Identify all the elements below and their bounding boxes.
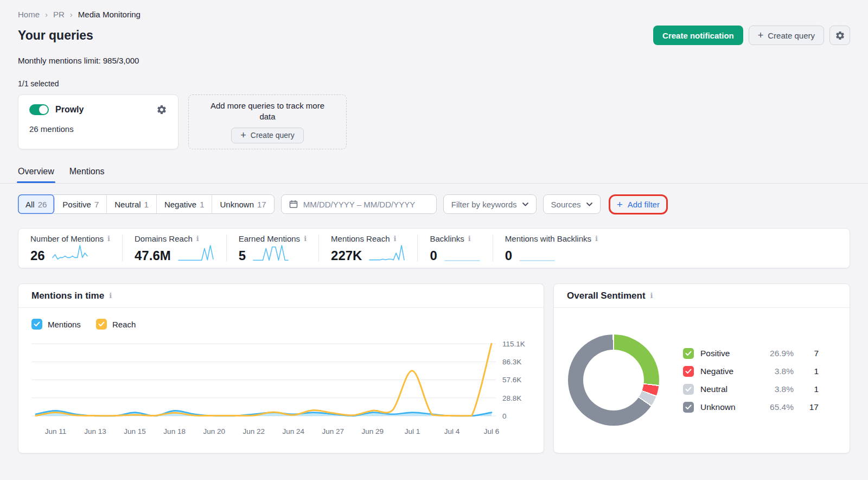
filter-chip-positive[interactable]: Positive7: [55, 195, 107, 213]
query-toggle[interactable]: [29, 104, 49, 115]
media-monitoring-page: Home › PR › Media Monitoring Your querie…: [0, 0, 868, 480]
tab-overview[interactable]: Overview: [18, 167, 54, 183]
metric-sparkline: [52, 244, 88, 262]
metric-label-text: Mentions Reach: [331, 234, 390, 243]
metric-sparkline: [252, 244, 289, 262]
selected-count-text: 1/1 selected: [18, 79, 850, 88]
chart-x-tick: Jul 1: [405, 427, 420, 435]
chevron-right-icon: ›: [45, 10, 48, 19]
sentiment-label: Neutral: [700, 384, 755, 394]
metric-label-text: Number of Mentions: [30, 234, 104, 243]
sentiment-count: 7: [800, 349, 819, 358]
metric-value: 0: [505, 249, 512, 262]
sentiment-checkbox-neutral[interactable]: [683, 384, 694, 395]
metric-label-text: Earned Mentions: [239, 234, 300, 243]
metric-label-text: Backlinks: [430, 234, 464, 243]
metric-domains-reach: Domains Reachi47.6M: [123, 235, 227, 262]
query-name: Prowly: [55, 105, 150, 115]
checkbox-icon: [96, 319, 107, 330]
create-query-button[interactable]: + Create query: [749, 26, 824, 45]
metric-sparkline: [444, 244, 481, 262]
keywords-filter-select[interactable]: Filter by keywords: [443, 194, 537, 214]
date-range-input[interactable]: MM/DD/YYYY – MM/DD/YYYY: [281, 194, 437, 214]
plus-icon: +: [617, 199, 623, 210]
chart-x-tick: Jun 22: [242, 427, 265, 435]
breadcrumb-pr[interactable]: PR: [53, 10, 65, 19]
sentiment-count: 1: [800, 384, 819, 394]
legend-checkbox-mentions[interactable]: Mentions: [31, 319, 81, 330]
create-query-button-secondary[interactable]: + Create query: [231, 128, 303, 144]
chart-y-tick: 28.8K: [502, 394, 521, 402]
chart-y-tick: 115.1K: [502, 340, 525, 348]
filter-chip-count: 17: [257, 200, 266, 209]
metric-number-of-mentions: Number of Mentionsi26: [18, 235, 123, 262]
metric-label: Number of Mentionsi: [30, 234, 110, 243]
info-icon[interactable]: i: [109, 292, 112, 300]
tabs-divider: [0, 183, 868, 184]
sentiment-label: Negative: [700, 367, 755, 376]
metric-label-text: Mentions with Backlinks: [505, 234, 591, 243]
plus-icon: +: [758, 30, 764, 40]
sentiment-legend-row-positive: Positive26.9%7: [683, 348, 819, 359]
sources-filter-select[interactable]: Sources: [543, 194, 601, 214]
filter-chip-negative[interactable]: Negative1: [157, 195, 213, 213]
keywords-filter-label: Filter by keywords: [451, 200, 517, 209]
sentiment-legend: Positive26.9%7Negative3.8%1Neutral3.8%1U…: [683, 348, 819, 413]
info-icon[interactable]: i: [468, 235, 471, 243]
info-icon[interactable]: i: [595, 235, 598, 243]
info-icon[interactable]: i: [196, 235, 199, 243]
filter-chip-unknown[interactable]: Unknown17: [212, 195, 273, 213]
sentiment-count: 17: [800, 402, 819, 412]
query-gear-icon[interactable]: [156, 104, 167, 115]
sentiment-legend-row-neutral: Neutral3.8%1: [683, 384, 819, 395]
filter-chip-all[interactable]: All26: [18, 194, 55, 214]
legend-checkbox-reach[interactable]: Reach: [96, 319, 136, 330]
tab-mentions[interactable]: Mentions: [69, 167, 105, 183]
chart-x-tick: Jun 20: [203, 427, 225, 435]
metric-label: Mentions with Backlinksi: [505, 234, 598, 243]
sentiment-checkbox-negative[interactable]: [683, 366, 694, 377]
create-notification-label: Create notification: [662, 31, 734, 40]
settings-button[interactable]: [829, 26, 850, 45]
info-icon[interactable]: i: [107, 235, 110, 243]
sentiment-percent: 26.9%: [761, 349, 794, 358]
info-icon[interactable]: i: [393, 235, 396, 243]
filter-chip-count: 26: [38, 200, 47, 209]
metric-label: Earned Mentionsi: [239, 234, 307, 243]
info-icon[interactable]: i: [304, 235, 307, 243]
gear-icon: [835, 30, 845, 41]
metric-sparkline: [177, 244, 214, 262]
mentions-in-time-panel: Mentions in time i MentionsReach 115.1K8…: [18, 283, 544, 453]
sentiment-checkbox-unknown[interactable]: [683, 402, 694, 413]
sentiment-legend-row-negative: Negative3.8%1: [683, 366, 819, 377]
page-title: Your queries: [18, 28, 93, 43]
sentiment-percent: 65.4%: [761, 402, 794, 412]
breadcrumb-home[interactable]: Home: [18, 10, 40, 19]
breadcrumb: Home › PR › Media Monitoring: [18, 0, 850, 19]
chart-x-tick: Jul 6: [484, 427, 500, 435]
chart-y-tick: 0: [502, 412, 507, 420]
add-filter-button[interactable]: + Add filter: [611, 196, 665, 213]
chart-x-tick: Jun 29: [362, 427, 384, 435]
legend-label: Reach: [112, 320, 136, 329]
sentiment-count: 1: [800, 367, 819, 376]
sentiment-label: Positive: [700, 349, 755, 358]
metric-label: Backlinksi: [430, 234, 480, 243]
metric-value: 227K: [331, 249, 362, 262]
checkbox-icon: [31, 319, 42, 330]
sentiment-checkbox-positive[interactable]: [683, 348, 694, 359]
date-range-placeholder: MM/DD/YYYY – MM/DD/YYYY: [303, 200, 415, 209]
add-filter-label: Add filter: [628, 200, 660, 209]
filter-chip-label: Positive: [62, 200, 91, 209]
overall-sentiment-panel: Overall Sentiment i Positive26.9%7Negati…: [553, 283, 850, 453]
filter-chip-label: All: [25, 200, 35, 209]
mentions-in-time-title: Mentions in time: [31, 290, 104, 301]
filter-chip-neutral[interactable]: Neutral1: [107, 195, 157, 213]
metric-sparkline: [519, 244, 556, 262]
filter-chip-label: Neutral: [114, 200, 141, 209]
metric-label: Mentions Reachi: [331, 234, 405, 243]
metric-mentions-reach: Mentions Reachi227K: [319, 235, 418, 262]
create-notification-button[interactable]: Create notification: [653, 26, 743, 45]
query-mentions-count: 26 mentions: [29, 124, 167, 134]
info-icon[interactable]: i: [650, 292, 653, 300]
